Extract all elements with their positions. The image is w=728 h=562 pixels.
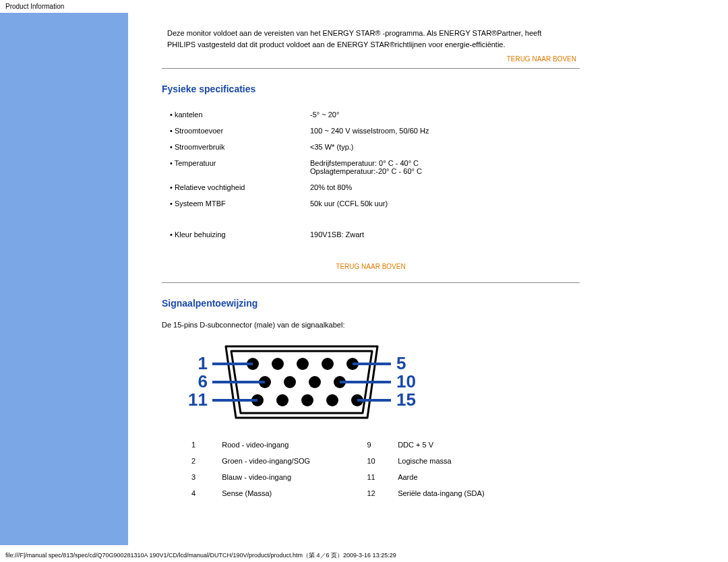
spec-label: • Kleur behuizing	[167, 226, 307, 243]
pin-num: 1	[189, 437, 219, 453]
pin-desc: Aarde	[395, 469, 539, 485]
sidebar	[0, 13, 128, 545]
pin-num: 4	[189, 485, 219, 501]
spec-label: • Temperatuur	[167, 155, 307, 179]
svg-point-3	[322, 358, 334, 370]
table-row: • Stroomtoevoer100 ~ 240 V wisselstroom,…	[167, 123, 585, 139]
spec-label: • Stroomtoevoer	[167, 123, 307, 139]
svg-point-10	[276, 394, 289, 406]
table-row: • Stroomverbruik<35 W* (typ.)	[167, 139, 585, 155]
spec-value: Bedrijfstemperatuur: 0° C - 40° C Opslag…	[307, 155, 585, 179]
pin-assignment-table: 1 Rood - video-ingang 9 DDC + 5 V 2 Groe…	[189, 437, 539, 501]
svg-point-1	[272, 358, 284, 370]
spec-value: 50k uur (CCFL 50k uur)	[307, 195, 585, 212]
table-row: • TemperatuurBedrijfstemperatuur: 0° C -…	[167, 155, 585, 179]
connector-diagram: 1 6 11 5 10 15	[182, 338, 580, 427]
pins-intro-text: De 15-pins D-subconnector (male) van de …	[162, 321, 580, 329]
table-row: 2 Groen - video-ingang/SOG 10 Logische m…	[189, 453, 539, 469]
svg-point-2	[297, 358, 309, 370]
pin-label-6: 6	[198, 371, 208, 392]
table-row: • Relatieve vochtigheid20% tot 80%	[167, 179, 585, 195]
pin-num: 10	[364, 453, 395, 469]
spec-label: • kantelen	[167, 106, 307, 123]
pin-desc: Logische massa	[395, 453, 539, 469]
pin-desc: DDC + 5 V	[395, 437, 539, 453]
intro-line-1: Deze monitor voldoet aan de vereisten va…	[167, 28, 580, 39]
pin-label-15: 15	[396, 389, 416, 410]
pin-label-10: 10	[396, 371, 416, 392]
pin-num: 3	[189, 469, 219, 485]
pin-desc: Groen - video-ingang/SOG	[219, 453, 364, 469]
table-row: • kantelen-5° ~ 20°	[167, 106, 585, 123]
section-heading-specs: Fysieke specificaties	[162, 84, 580, 94]
back-to-top-link[interactable]: TERUG NAAR BOVEN	[507, 55, 576, 63]
section-heading-pins: Signaalpentoewijzing	[162, 298, 580, 309]
main-content: Deze monitor voldoet aan de vereisten va…	[128, 13, 586, 545]
page-header: Product Information	[0, 0, 728, 10]
spec-label: • Stroomverbruik	[167, 139, 307, 155]
table-row: 3 Blauw - video-ingang 11 Aarde	[189, 469, 539, 485]
spec-value: <35 W* (typ.)	[307, 139, 585, 155]
pin-num: 9	[364, 437, 395, 453]
pin-num: 12	[364, 485, 395, 501]
table-row: 4 Sense (Massa) 12 Seriële data-ingang (…	[189, 485, 539, 501]
back-to-top-link[interactable]: TERUG NAAR BOVEN	[162, 263, 580, 270]
pin-num: 11	[364, 469, 395, 485]
pin-num: 2	[189, 453, 219, 469]
divider	[162, 68, 580, 69]
pin-label-11: 11	[188, 389, 208, 410]
svg-point-12	[326, 394, 338, 406]
divider	[162, 282, 580, 283]
d-sub-connector-icon: 1 6 11 5 10 15	[182, 338, 425, 426]
pin-desc: Seriële data-ingang (SDA)	[395, 485, 539, 501]
spec-label: • Relatieve vochtigheid	[167, 179, 307, 195]
intro-line-2: PHILIPS vastgesteld dat dit product vold…	[167, 39, 580, 51]
svg-point-7	[309, 376, 321, 388]
table-row: • Systeem MTBF50k uur (CCFL 50k uur)	[167, 195, 585, 212]
spec-label: • Systeem MTBF	[167, 195, 307, 212]
spec-value: 20% tot 80%	[307, 179, 585, 195]
pin-label-1: 1	[198, 353, 208, 373]
table-row: • Kleur behuizing190V1SB: Zwart	[167, 226, 585, 243]
pin-desc: Blauw - video-ingang	[219, 469, 364, 485]
pin-desc: Rood - video-ingang	[219, 437, 364, 453]
svg-point-6	[284, 376, 296, 388]
energy-star-intro: Deze monitor voldoet aan de vereisten va…	[162, 28, 580, 50]
table-row: 1 Rood - video-ingang 9 DDC + 5 V	[189, 437, 539, 453]
pin-desc: Sense (Massa)	[219, 485, 364, 501]
svg-point-11	[301, 394, 313, 406]
pin-label-5: 5	[396, 353, 406, 373]
spec-value: 190V1SB: Zwart	[307, 226, 585, 243]
specs-table: • kantelen-5° ~ 20° • Stroomtoevoer100 ~…	[167, 106, 585, 243]
spec-value: 100 ~ 240 V wisselstroom, 50/60 Hz	[307, 123, 585, 139]
spec-value: -5° ~ 20°	[307, 106, 585, 123]
